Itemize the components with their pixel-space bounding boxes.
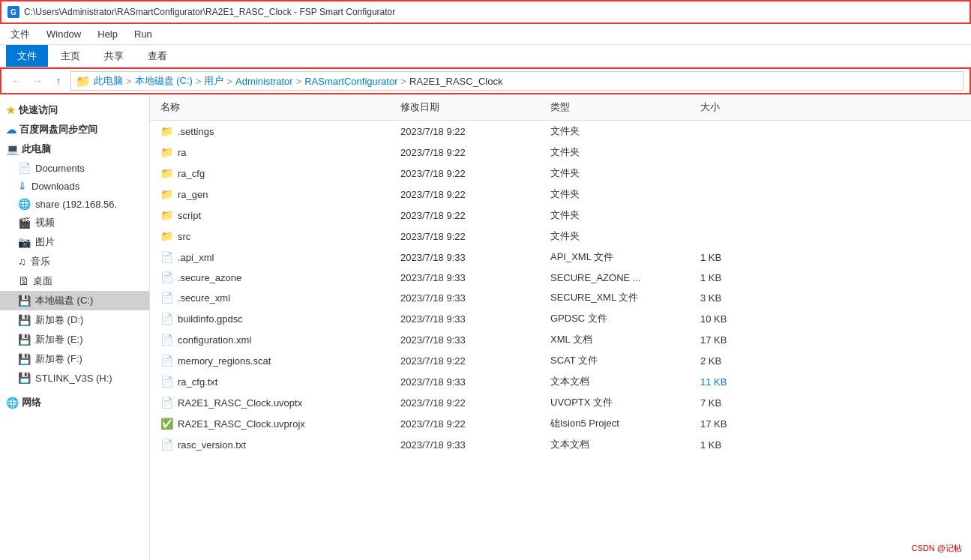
- file-type: GPDSC 文件: [546, 310, 696, 328]
- watermark: CSDN @记帖: [912, 543, 962, 554]
- tab-home[interactable]: 主页: [49, 45, 91, 67]
- file-size: 3 KB: [696, 290, 771, 306]
- col-header-name[interactable]: 名称: [156, 97, 396, 117]
- folder-icon: 📁: [160, 125, 173, 137]
- file-date: 2023/7/18 9:33: [396, 374, 546, 390]
- file-name: 📄.api_xml: [156, 249, 396, 265]
- breadcrumb-users[interactable]: 用户: [204, 74, 223, 88]
- folder-icon: 📁: [160, 188, 173, 200]
- breadcrumb-thispc[interactable]: 此电脑: [94, 74, 123, 88]
- column-headers: 名称 修改日期 类型 大小: [150, 94, 971, 121]
- file-type: 文件夹: [546, 185, 696, 203]
- file-icon: 📄: [160, 439, 173, 451]
- menu-run[interactable]: Run: [127, 25, 160, 43]
- breadcrumb-admin[interactable]: Administrator: [235, 76, 293, 87]
- file-name: 📄memory_regions.scat: [156, 352, 396, 369]
- breadcrumb-drive[interactable]: 本地磁盘 (C:): [135, 74, 193, 88]
- file-date: 2023/7/18 9:33: [396, 250, 546, 265]
- table-row[interactable]: 📄configuration.xml 2023/7/18 9:33 XML 文档…: [150, 329, 971, 350]
- breadcrumb-sep-2: >: [196, 76, 202, 87]
- table-row[interactable]: 📁src 2023/7/18 9:22 文件夹: [150, 226, 971, 247]
- sidebar-item-images[interactable]: 📷 图片: [0, 232, 149, 252]
- menu-window[interactable]: Window: [39, 25, 88, 43]
- file-name: 📄RA2E1_RASC_Clock.uvoptx: [156, 394, 396, 411]
- menu-bar: 文件 Window Help Run: [0, 24, 971, 45]
- sidebar-quick-access[interactable]: ★ 快速访问: [0, 100, 149, 120]
- star-icon: ★: [6, 104, 16, 116]
- file-date: 2023/7/18 9:22: [396, 124, 546, 139]
- table-row[interactable]: ✅RA2E1_RASC_Clock.uvprojx 2023/7/18 9:22…: [150, 413, 971, 434]
- uvprojx-icon: ✅: [160, 418, 173, 430]
- file-date: 2023/7/18 9:33: [396, 290, 546, 306]
- table-row[interactable]: 📄.api_xml 2023/7/18 9:33 API_XML 文件 1 KB: [150, 247, 971, 268]
- file-list: 📁.settings 2023/7/18 9:22 文件夹 📁ra 2023/7…: [150, 121, 971, 455]
- file-date: 2023/7/18 9:33: [396, 437, 546, 453]
- table-row[interactable]: 📄RA2E1_RASC_Clock.uvoptx 2023/7/18 9:22 …: [150, 392, 971, 413]
- breadcrumb-sep-5: >: [401, 76, 407, 87]
- sidebar-this-pc[interactable]: 💻 此电脑: [0, 139, 149, 159]
- file-name: 📄buildinfo.gpdsc: [156, 310, 396, 327]
- file-type: SECURE_XML 文件: [546, 289, 696, 307]
- file-name: 📄configuration.xml: [156, 331, 396, 348]
- table-row[interactable]: 📄.secure_azone 2023/7/18 9:33 SECURE_AZO…: [150, 268, 971, 287]
- tab-share[interactable]: 共享: [93, 45, 135, 67]
- file-size: 7 KB: [696, 395, 771, 411]
- table-row[interactable]: 📁ra_cfg 2023/7/18 9:22 文件夹: [150, 163, 971, 184]
- sidebar-item-disk-d[interactable]: 💾 新加卷 (D:): [0, 310, 149, 330]
- sidebar-item-stlink[interactable]: 💾 STLINK_V3S (H:): [0, 369, 149, 387]
- xml-file-icon: 📄: [160, 334, 173, 346]
- table-row[interactable]: 📄buildinfo.gpdsc 2023/7/18 9:33 GPDSC 文件…: [150, 308, 971, 329]
- file-size: [696, 213, 771, 217]
- table-row[interactable]: 📁ra 2023/7/18 9:22 文件夹: [150, 142, 971, 163]
- file-type: SCAT 文件: [546, 352, 696, 370]
- nav-back-button[interactable]: ←: [7, 72, 25, 90]
- col-header-size[interactable]: 大小: [696, 97, 771, 117]
- main-layout: ★ 快速访问 ☁ 百度网盘同步空间 💻 此电脑 📄 Documents ⇓ Do…: [0, 94, 971, 560]
- sidebar-item-disk-e[interactable]: 💾 新加卷 (E:): [0, 330, 149, 349]
- disk-d-icon: 💾: [18, 314, 31, 326]
- file-name: 📁ra_cfg: [156, 165, 396, 181]
- file-type: 文件夹: [546, 122, 696, 140]
- app-icon: G: [7, 6, 19, 18]
- menu-file[interactable]: 文件: [3, 25, 37, 44]
- sidebar-item-desktop[interactable]: 🖻 桌面: [0, 271, 149, 291]
- download-icon: ⇓: [18, 180, 27, 192]
- table-row[interactable]: 📄rasc_version.txt 2023/7/18 9:33 文本文档 1 …: [150, 434, 971, 455]
- folder-icon: 📁: [160, 167, 173, 179]
- nav-up-button[interactable]: ↑: [49, 72, 67, 90]
- breadcrumb-rasmartcfg[interactable]: RASmartConfigurator: [304, 76, 397, 87]
- menu-help[interactable]: Help: [90, 25, 125, 43]
- table-row[interactable]: 📄ra_cfg.txt 2023/7/18 9:33 文本文档 11 KB: [150, 371, 971, 392]
- sidebar-item-local-disk-c[interactable]: 💾 本地磁盘 (C:): [0, 291, 149, 310]
- nav-forward-button[interactable]: →: [28, 72, 46, 90]
- table-row[interactable]: 📄memory_regions.scat 2023/7/18 9:22 SCAT…: [150, 350, 971, 371]
- breadcrumb-sep-4: >: [296, 76, 302, 87]
- sidebar-item-music[interactable]: ♫ 音乐: [0, 252, 149, 271]
- tab-file[interactable]: 文件: [6, 45, 48, 67]
- col-header-date[interactable]: 修改日期: [396, 97, 546, 117]
- file-icon: 📄: [160, 271, 173, 283]
- sidebar-item-documents[interactable]: 📄 Documents: [0, 159, 149, 177]
- file-name: 📄.secure_azone: [156, 269, 396, 286]
- table-row[interactable]: 📄.secure_xml 2023/7/18 9:33 SECURE_XML 文…: [150, 287, 971, 308]
- sidebar-network[interactable]: 🌐 网络: [0, 393, 149, 412]
- pc-icon: 💻: [6, 143, 19, 155]
- file-size: 1 KB: [696, 250, 771, 265]
- table-row[interactable]: 📁script 2023/7/18 9:22 文件夹: [150, 205, 971, 226]
- sidebar-item-downloads[interactable]: ⇓ Downloads: [0, 177, 149, 195]
- file-size: [696, 192, 771, 196]
- sidebar-item-disk-f[interactable]: 💾 新加卷 (F:): [0, 349, 149, 369]
- file-size: [696, 234, 771, 238]
- table-row[interactable]: 📁ra_gen 2023/7/18 9:22 文件夹: [150, 184, 971, 205]
- sidebar-item-share[interactable]: 🌐 share (192.168.56.: [0, 195, 149, 213]
- breadcrumb: 📁 此电脑 > 本地磁盘 (C:) > 用户 > Administrator >…: [70, 71, 964, 91]
- ribbon-tabs: 文件 主页 共享 查看: [0, 45, 971, 67]
- table-row[interactable]: 📁.settings 2023/7/18 9:22 文件夹: [150, 121, 971, 142]
- col-header-type[interactable]: 类型: [546, 97, 696, 117]
- sidebar-baidu-cloud[interactable]: ☁ 百度网盘同步空间: [0, 120, 149, 139]
- sidebar-item-video[interactable]: 🎬 视频: [0, 213, 149, 232]
- file-name: 📄ra_cfg.txt: [156, 373, 396, 390]
- file-date: 2023/7/18 9:22: [396, 208, 546, 223]
- tab-view[interactable]: 查看: [136, 45, 178, 67]
- file-icon: 📄: [160, 355, 173, 367]
